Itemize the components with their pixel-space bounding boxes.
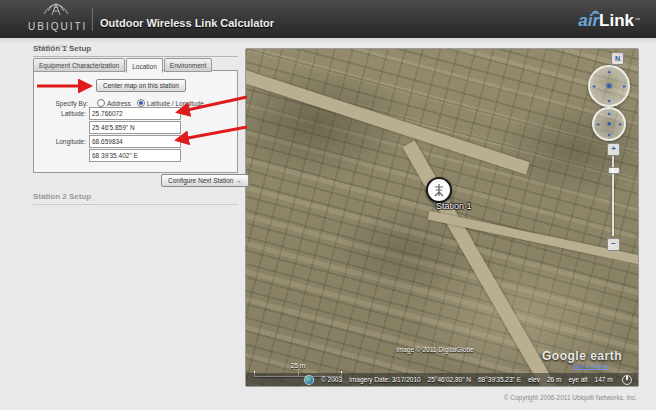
center-map-button[interactable]: Center map on this station (96, 79, 186, 92)
elev-label: elev (528, 376, 540, 383)
latitude-dms-field[interactable] (89, 121, 181, 134)
globe-icon (304, 375, 314, 385)
latitude-input[interactable] (89, 107, 181, 120)
elev-value: 26 m (547, 376, 561, 383)
look-down-icon[interactable]: ▾ (607, 98, 610, 104)
move-right-icon[interactable]: ▸ (619, 121, 622, 127)
ubiquiti-logo: UBIQUITI NETWORKS (28, 2, 84, 36)
airlink-logo: airLink™ (578, 12, 640, 29)
imagery-date: Imagery Date: 3/17/2010 (349, 376, 421, 383)
copyright-text: © Copyright 2006-2011 Ubiquiti Networks,… (504, 394, 637, 401)
radio-latitude-longitude[interactable] (137, 99, 145, 107)
google-earth-logo: Google earth (542, 349, 622, 363)
wifi-arcs-icon (590, 6, 601, 15)
antenna-icon (36, 2, 76, 16)
satellite-map[interactable]: Station 1 N ▴ ▾ ◂ ▸ ◉ ▴ ▾ ◂ ▸ ● + − 25 m… (245, 48, 639, 387)
imagery-attribution: Image © 2011 DigitalGlobe (396, 346, 474, 353)
eye-icon: ◉ (606, 83, 613, 89)
longitude-dms-row (34, 149, 181, 162)
look-joystick[interactable]: ▴ ▾ ◂ ▸ ◉ (588, 65, 630, 107)
specify-by-row: Specify By: Address Latitude / Longitude (44, 99, 204, 107)
map-status-bar: © 2003 Imagery Date: 3/17/2010 25°46'02.… (246, 373, 638, 386)
tab-equipment-characterization[interactable]: Equipment Characterization (33, 58, 125, 72)
zoom-slider[interactable]: + − (606, 143, 620, 251)
imagery-prefix: © 2003 (321, 376, 342, 383)
move-left-icon[interactable]: ◂ (596, 121, 599, 127)
longitude-input[interactable] (89, 135, 181, 148)
north-button[interactable]: N (611, 52, 624, 65)
longitude-row: Longitude: (34, 135, 181, 148)
latitude-dms-row (34, 121, 181, 134)
content-top-sheen (0, 38, 656, 43)
look-right-icon[interactable]: ▸ (623, 83, 626, 89)
status-lng: 68°39'35.23" E (478, 376, 521, 383)
configure-next-station-button[interactable]: Configure Next Station → (161, 174, 249, 187)
zoom-handle[interactable] (608, 167, 620, 174)
scale-label: 25 m (291, 362, 305, 369)
move-up-icon[interactable]: ▴ (607, 110, 610, 116)
station2-title[interactable]: Station 2 Setup (33, 192, 238, 205)
station1-marker-label: Station 1 (436, 201, 472, 211)
move-joystick[interactable]: ▴ ▾ ◂ ▸ ● (592, 107, 626, 141)
longitude-label: Longitude: (34, 138, 86, 145)
latitude-label: Latitude: (34, 110, 86, 117)
eye-alt-label: eye alt (568, 376, 587, 383)
specify-by-label: Specify By: (44, 100, 88, 107)
tab-location[interactable]: Location (126, 58, 163, 73)
compass-icon (622, 375, 632, 385)
terms-of-use-link[interactable]: Terms of Use (573, 363, 608, 369)
longitude-dms-field[interactable] (89, 149, 181, 162)
app-header: UBIQUITI NETWORKS Outdoor Wireless Link … (0, 0, 656, 39)
trademark: ™ (634, 17, 640, 23)
tab-environment[interactable]: Environment (164, 58, 213, 72)
station1-marker[interactable] (426, 177, 452, 203)
station1-tabs: Equipment Characterization Location Envi… (33, 57, 213, 72)
header-divider (92, 8, 93, 31)
move-center-icon: ● (607, 121, 612, 127)
airlink-link: Link (599, 11, 634, 30)
brand-name: UBIQUITI (28, 21, 87, 32)
look-left-icon[interactable]: ◂ (592, 83, 595, 89)
radio-latitude-longitude-label[interactable]: Latitude / Longitude (147, 100, 204, 107)
zoom-out-button[interactable]: − (607, 238, 620, 251)
radio-address-label[interactable]: Address (107, 100, 131, 107)
location-tab-panel: Center map on this station Specify By: A… (33, 70, 238, 173)
latitude-row: Latitude: (34, 107, 181, 120)
airlink-air: air (578, 11, 599, 30)
radio-address[interactable] (97, 99, 105, 107)
tower-icon (433, 183, 445, 197)
move-down-icon[interactable]: ▾ (607, 132, 610, 138)
zoom-in-button[interactable]: + (607, 143, 620, 156)
app-title: Outdoor Wireless Link Calculator (100, 17, 274, 29)
status-lat: 25°46'02.80" N (428, 376, 471, 383)
look-up-icon[interactable]: ▴ (607, 68, 610, 74)
eye-alt-value: 147 m (595, 376, 613, 383)
station1-title: Station 1 Setup (33, 44, 238, 57)
